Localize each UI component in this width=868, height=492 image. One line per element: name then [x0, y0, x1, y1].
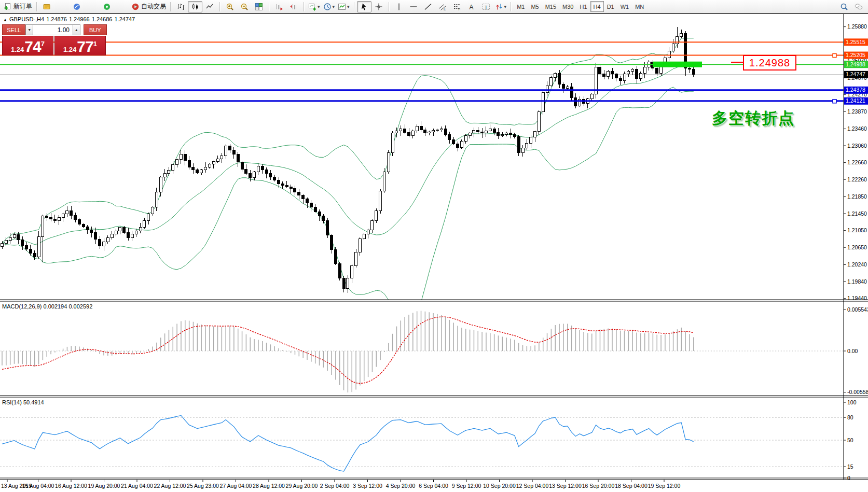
time-tick-label: 3 Sep 12:00 [353, 483, 382, 489]
level-price-label-text: 1.24378 [846, 87, 865, 93]
toolbar-separator [304, 2, 304, 11]
chart-canvas[interactable]: 1.258801.254801.250701.246701.242701.238… [0, 13, 868, 492]
candle-body [347, 278, 349, 289]
chart-shift-button[interactable] [286, 1, 301, 12]
candle-body [278, 180, 280, 184]
candle-body [379, 191, 382, 210]
candle-body [143, 221, 146, 228]
rsi-axis-label: 15 [847, 463, 853, 470]
autotrading-button[interactable]: 自动交易 [130, 1, 168, 12]
mql5-community-button[interactable] [70, 1, 84, 12]
sell-price-prefix: 1.24 [11, 46, 24, 53]
candle-body [184, 154, 186, 161]
candle-body [546, 86, 548, 93]
candle-body [351, 265, 353, 278]
time-tick-label: 19 Aug 20:00 [88, 483, 120, 489]
vertical-line-button[interactable] [392, 1, 406, 12]
sell-price-button[interactable]: 1.24747 [2, 36, 53, 55]
fibonacci-button[interactable]: F [450, 1, 464, 12]
turning-point-annotation[interactable]: 多空转折点 [712, 108, 795, 129]
time-tick-label: 16 Sep 20:00 [582, 483, 615, 489]
level-price-label-text: 1.25205 [846, 52, 865, 58]
timeframe-h1-button[interactable]: H1 [577, 1, 590, 12]
price-tick-label: 1.20240 [847, 261, 867, 268]
label-t-icon: T [482, 3, 490, 11]
cursor-button[interactable] [357, 1, 371, 12]
candle-body [86, 227, 89, 230]
candle-body [42, 216, 44, 236]
candle-body [225, 146, 227, 156]
volume-decrease-button[interactable]: ▼ [25, 24, 33, 35]
volume-increase-button[interactable]: ▲ [73, 24, 80, 35]
trendline-button[interactable] [421, 1, 435, 12]
periods-button[interactable]: ▾ [322, 1, 337, 12]
candle-body [302, 195, 305, 199]
candle-body [562, 84, 564, 88]
timeframe-m15-button[interactable]: M15 [542, 1, 559, 12]
text-button[interactable]: A [464, 1, 479, 12]
bar-open-value: 1.24876 [46, 16, 67, 22]
collapse-one-click-icon[interactable]: ▲ [3, 18, 7, 22]
sell-price-big: 74 [24, 40, 40, 53]
timeframe-w1-button[interactable]: W1 [617, 1, 632, 12]
new-chart-button[interactable]: ▾ [307, 1, 322, 12]
zoom-out-button[interactable] [237, 1, 252, 12]
timeframe-mn-button[interactable]: MN [632, 1, 647, 12]
arrows-icon [495, 3, 503, 11]
price-tick-label: 1.19440 [847, 295, 867, 301]
time-tick-label: 19 Sep 12:00 [648, 483, 681, 489]
highlight-rect[interactable] [653, 62, 702, 67]
price-callout-box[interactable]: 1.24988 [743, 55, 796, 71]
candle-body [298, 192, 300, 195]
buy-price-button[interactable]: 1.24771 [54, 36, 106, 55]
chat-button[interactable] [851, 1, 866, 12]
sell-button[interactable]: SELL [2, 24, 25, 35]
new-order-button[interactable]: 新订单 [2, 1, 34, 12]
zoom-out-icon [240, 3, 249, 11]
bar-chart-button[interactable] [173, 1, 188, 12]
candle-body [391, 133, 394, 152]
candle-body [387, 152, 390, 172]
timeframe-h4-button[interactable]: H4 [590, 1, 604, 12]
auto-scroll-button[interactable] [272, 1, 286, 12]
timeframe-m5-button[interactable]: M5 [528, 1, 542, 12]
line-chart-button[interactable] [202, 1, 217, 12]
search-button[interactable] [837, 1, 851, 12]
candle-body [180, 154, 182, 159]
zoom-in-button[interactable] [223, 1, 237, 12]
horizontal-line-button[interactable] [406, 1, 421, 12]
candlestick-chart-button[interactable] [188, 1, 202, 12]
crosshair-button[interactable] [371, 1, 386, 12]
line-handle[interactable] [833, 100, 836, 103]
line-handle[interactable] [833, 54, 836, 58]
chevron-down-icon: ▾ [333, 4, 335, 9]
bollinger-middle-band [2, 65, 694, 245]
candle-body [501, 134, 504, 135]
timeframe-m1-button[interactable]: M1 [514, 1, 528, 12]
price-tick-label: 1.23460 [847, 125, 867, 132]
toolbar: 新订单自动交易▾▾▾EFAT▾M1M5M15M30H1H4D1W1MN [0, 0, 868, 13]
indicators-button[interactable]: ▾ [336, 1, 351, 12]
metaeditor-button[interactable] [39, 1, 54, 12]
buy-button[interactable]: BUY [84, 24, 107, 35]
timeframe-m30-button[interactable]: M30 [559, 1, 576, 12]
tile-windows-button[interactable] [252, 1, 266, 12]
new-order-label: 新订单 [13, 2, 32, 11]
candle-body [330, 235, 333, 250]
volume-input[interactable] [33, 24, 73, 35]
candle-body [46, 216, 48, 217]
arrow-objects-button[interactable]: ▾ [493, 1, 508, 12]
chevron-down-icon: ▾ [318, 4, 320, 9]
candle-body [159, 177, 162, 192]
metaeditor-icon [43, 3, 51, 11]
equidistant-channel-button[interactable]: E [435, 1, 450, 12]
text-label-button[interactable]: T [479, 1, 493, 12]
candle-body [355, 252, 357, 265]
timeframe-d1-button[interactable]: D1 [604, 1, 617, 12]
signals-button[interactable] [100, 1, 114, 12]
candle-body [404, 129, 406, 133]
candle-body [457, 144, 459, 147]
time-axis[interactable]: 13 Aug 201915 Aug 04:0016 Aug 12:0019 Au… [1, 480, 680, 489]
toolbar-separator [36, 2, 37, 11]
indicators-icon [338, 3, 346, 11]
